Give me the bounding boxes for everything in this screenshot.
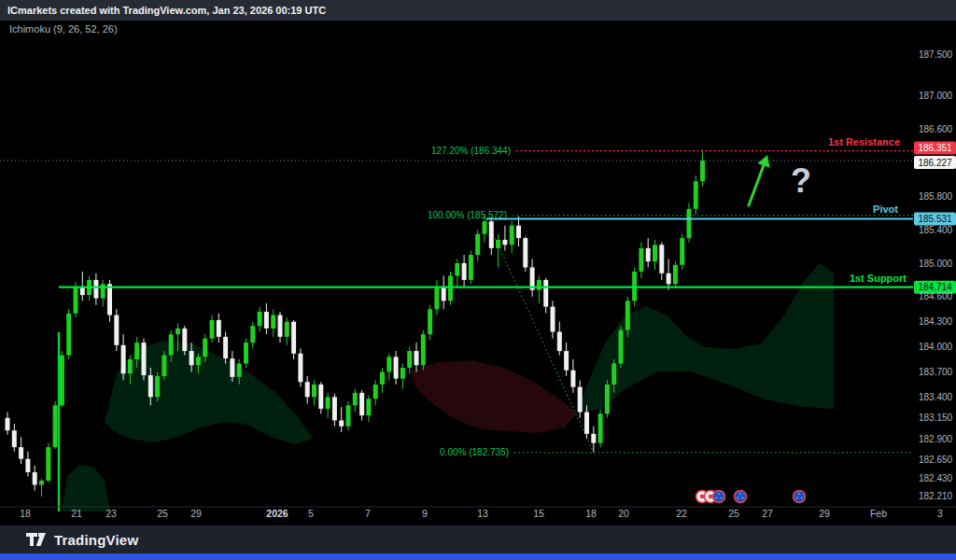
time-axis-tick: 5 xyxy=(308,508,314,519)
candle-down xyxy=(230,358,234,377)
candle-down xyxy=(33,472,37,484)
candle-up xyxy=(700,161,705,181)
candle-down xyxy=(148,375,153,397)
time-axis-tick: 29 xyxy=(190,508,202,519)
time-axis-tick: 29 xyxy=(819,508,830,519)
candle-down xyxy=(415,351,419,365)
event-eu-flag-star xyxy=(798,493,800,495)
ichimoku-cloud-green xyxy=(62,465,110,511)
candle-up xyxy=(366,399,371,415)
candle-down xyxy=(114,315,119,345)
candle-down xyxy=(646,248,651,261)
up-arrow-shaft[interactable] xyxy=(749,165,764,205)
candle-down xyxy=(121,345,126,373)
pivot-price-badge-text: 185.531 xyxy=(918,214,952,224)
candle-down xyxy=(591,434,596,443)
candle-down xyxy=(516,226,521,238)
candle-down xyxy=(298,354,302,382)
candle-up xyxy=(639,248,643,272)
event-eu-flag-star xyxy=(721,497,723,499)
time-axis-tick: 27 xyxy=(762,508,773,519)
candle-up xyxy=(475,234,480,255)
time-axis-tick: 18 xyxy=(585,508,597,519)
candle-down xyxy=(305,382,310,397)
candle-up xyxy=(401,368,405,379)
current-price-price-badge-text: 186.227 xyxy=(918,158,952,168)
candle-up xyxy=(244,343,248,363)
time-axis-tick: 15 xyxy=(533,508,544,519)
price-axis-tick: 182.900 xyxy=(919,434,953,444)
candle-up xyxy=(448,275,453,301)
candle-down xyxy=(217,320,221,337)
candle-up xyxy=(387,357,391,371)
candle-down xyxy=(6,418,10,430)
time-axis-tick: 25 xyxy=(728,508,739,519)
price-axis-tick: 185.400 xyxy=(919,225,953,235)
event-eu-flag-star xyxy=(738,497,739,499)
candle-down xyxy=(339,420,344,426)
candle-up xyxy=(326,397,330,409)
candle-up xyxy=(155,376,160,397)
candle-down xyxy=(25,459,30,472)
candle-up xyxy=(353,393,358,405)
candle-up xyxy=(285,322,289,337)
candle-down xyxy=(190,351,194,365)
candle-down xyxy=(318,385,323,409)
candle-down xyxy=(182,329,187,351)
candle-up xyxy=(312,385,316,397)
candle-down xyxy=(264,312,269,329)
candle-up xyxy=(469,255,473,280)
time-axis-tick: 7 xyxy=(365,508,371,519)
candle-down xyxy=(278,315,283,337)
candle-up xyxy=(169,334,174,355)
candle-down xyxy=(442,287,446,301)
price-axis-tick: 183.150 xyxy=(919,413,953,423)
price-axis-tick: 186.600 xyxy=(919,124,953,134)
price-axis-tick: 182.210 xyxy=(919,491,953,501)
candle-up xyxy=(694,181,698,209)
candle-up xyxy=(237,364,242,377)
candle-up xyxy=(598,413,603,442)
tradingview-brand-text: TradingView xyxy=(54,532,138,548)
event-eu-flag-icon[interactable] xyxy=(735,491,747,503)
indicator-legend-label: Ichimoku (9, 26, 52, 26) xyxy=(9,23,118,35)
candle-up xyxy=(60,356,64,406)
candle-down xyxy=(502,240,507,245)
support-label: 1st Support xyxy=(850,273,907,284)
indicator-legend[interactable]: Ichimoku (9, 26, 52, 26) xyxy=(9,23,118,35)
candle-down xyxy=(462,263,467,280)
candle-up xyxy=(626,301,630,329)
event-eu-flag-star xyxy=(796,497,798,499)
fib-0-fib-label: 0.00% (182.735) xyxy=(440,447,509,457)
candle-down xyxy=(107,284,112,315)
candle-up xyxy=(74,287,78,314)
tradingview-logo-icon[interactable] xyxy=(26,532,47,547)
price-axis-tick: 183.400 xyxy=(919,392,953,402)
time-axis-tick: 9 xyxy=(422,508,428,519)
candle-up xyxy=(250,326,255,343)
time-axis-tick: 21 xyxy=(71,508,82,519)
event-eu-flag-star xyxy=(801,497,803,499)
candle-down xyxy=(332,397,337,420)
price-axis-tick: 187.500 xyxy=(919,49,953,60)
price-axis-tick: 182.650 xyxy=(919,455,953,465)
candle-down xyxy=(223,337,228,358)
event-eu-flag-icon[interactable] xyxy=(794,491,806,503)
candle-up xyxy=(455,263,459,275)
candle-down xyxy=(557,331,562,351)
fib-127-label: 1st Resistance xyxy=(828,136,900,147)
event-eu-flag-icon[interactable] xyxy=(713,491,725,503)
price-chart-canvas[interactable]: 127.20% (186.344)1st Resistance186.35118… xyxy=(0,0,956,525)
candle-down xyxy=(142,343,147,375)
candle-down xyxy=(394,357,399,378)
question-mark-annotation[interactable]: ? xyxy=(791,161,811,200)
candle-up xyxy=(271,315,275,329)
candle-up xyxy=(605,385,610,413)
time-axis-tick: 25 xyxy=(157,508,168,519)
candle-down xyxy=(578,387,583,413)
price-axis-tick: 184.600 xyxy=(919,291,953,301)
candle-down xyxy=(489,221,494,248)
fib-127-fib-label: 127.20% (186.344) xyxy=(431,146,511,156)
candle-up xyxy=(162,356,166,376)
candle-up xyxy=(176,329,180,334)
